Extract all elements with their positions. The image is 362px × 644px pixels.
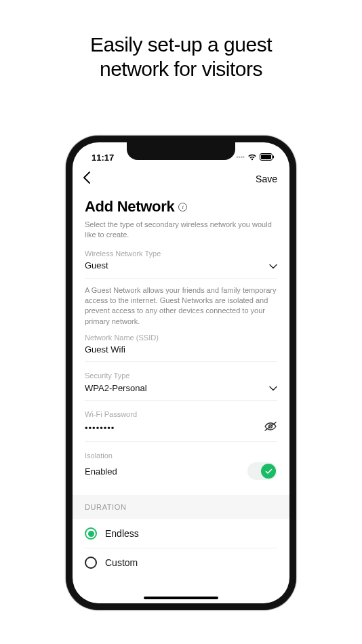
toggle-knob bbox=[261, 464, 276, 479]
security-label: Security Type bbox=[85, 371, 277, 380]
svg-rect-2 bbox=[273, 155, 275, 158]
status-right: •••• bbox=[236, 153, 275, 163]
isolation-label: Isolation bbox=[85, 451, 277, 460]
save-button[interactable]: Save bbox=[256, 174, 277, 184]
duration-option-endless[interactable]: Endless bbox=[85, 519, 277, 548]
isolation-row: Enabled bbox=[85, 460, 277, 487]
radio-dot bbox=[88, 531, 94, 537]
content: Add Network i Select the type of seconda… bbox=[73, 191, 289, 577]
security-value: WPA2-Personal bbox=[85, 383, 147, 393]
phone-notch bbox=[127, 142, 235, 160]
svg-rect-1 bbox=[261, 155, 271, 159]
network-type-select[interactable]: Guest bbox=[85, 258, 277, 279]
promo-line-1: Easily set-up a guest bbox=[90, 33, 272, 56]
password-input[interactable]: •••••••• bbox=[85, 418, 277, 442]
duration-endless-label: Endless bbox=[105, 528, 139, 539]
duration-custom-label: Custom bbox=[105, 557, 138, 568]
password-masked: •••••••• bbox=[85, 423, 115, 433]
back-button[interactable] bbox=[82, 171, 92, 187]
network-type-help: A Guest Network allows your friends and … bbox=[85, 285, 277, 327]
isolation-toggle[interactable] bbox=[247, 462, 277, 480]
battery-icon bbox=[260, 153, 275, 163]
ssid-label: Network Name (SSID) bbox=[85, 334, 277, 342]
network-type-label: Wireless Network Type bbox=[85, 249, 277, 258]
duration-option-custom[interactable]: Custom bbox=[85, 548, 277, 577]
home-indicator[interactable] bbox=[144, 597, 218, 599]
radio-selected-icon bbox=[85, 527, 97, 540]
chevron-down-icon bbox=[269, 260, 277, 271]
status-time: 11:17 bbox=[92, 153, 114, 163]
duration-header: DURATION bbox=[73, 495, 289, 519]
info-icon[interactable]: i bbox=[178, 203, 187, 212]
password-label: Wi-Fi Password bbox=[85, 410, 277, 418]
page-title-row: Add Network i bbox=[85, 198, 277, 216]
ssid-value: Guest Wifi bbox=[85, 344, 125, 355]
eye-off-icon[interactable] bbox=[264, 421, 277, 435]
ssid-input[interactable]: Guest Wifi bbox=[85, 342, 277, 362]
chevron-down-icon bbox=[269, 382, 277, 393]
page-title: Add Network bbox=[85, 198, 174, 216]
nav-bar: Save bbox=[73, 167, 289, 191]
page-subtitle: Select the type of secondary wireless ne… bbox=[85, 220, 277, 240]
radio-unselected-icon bbox=[85, 557, 97, 569]
isolation-value: Enabled bbox=[85, 466, 117, 477]
signal-dots-icon: •••• bbox=[236, 154, 245, 161]
wifi-icon bbox=[247, 153, 257, 163]
promo-line-2: network for visitors bbox=[100, 58, 262, 80]
network-type-value: Guest bbox=[85, 260, 108, 270]
phone-screen: 11:17 •••• Save Add Network i Sel bbox=[73, 142, 289, 603]
phone-frame: 11:17 •••• Save Add Network i Sel bbox=[66, 136, 296, 610]
promo-heading: Easily set-up a guest network for visito… bbox=[0, 0, 362, 81]
security-select[interactable]: WPA2-Personal bbox=[85, 380, 277, 401]
